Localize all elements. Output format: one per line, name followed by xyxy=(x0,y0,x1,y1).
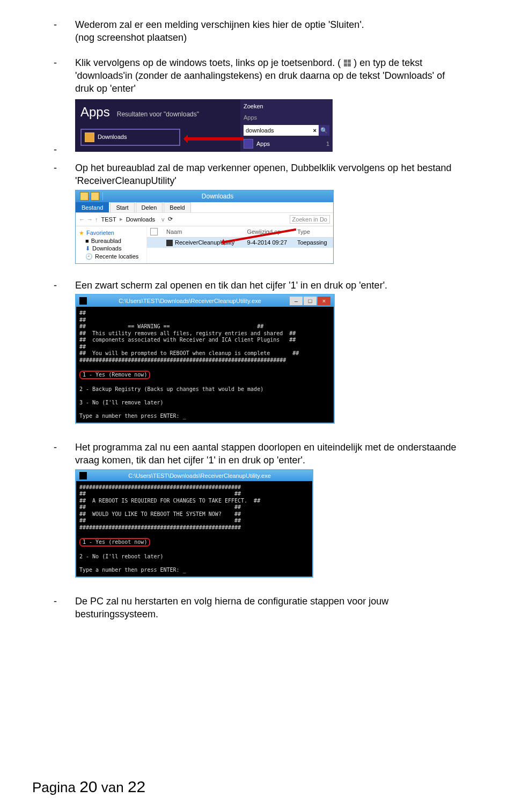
breadcrumb[interactable]: Downloads xyxy=(125,216,156,223)
nav-fwd-icon[interactable]: → xyxy=(87,216,93,223)
downloads-icon: ⬇ xyxy=(85,245,90,252)
tab-bestand[interactable]: Bestand xyxy=(76,202,109,212)
bullet-dash: - xyxy=(54,143,75,159)
step-close-dialog: - Wederom zal er een melding verschijnen… xyxy=(54,18,461,45)
footer-pre: Pagina xyxy=(32,779,79,795)
console-window-reboot: C:\Users\TEST\Downloads\ReceiverCleanupU… xyxy=(75,469,313,578)
footer-mid: van xyxy=(98,779,128,795)
bullet-dash: - xyxy=(54,161,75,188)
highlighted-option: 1 - Yes (Remove now) xyxy=(79,371,150,380)
explorer-ribbon-tabs: Bestand Start Delen Beeld xyxy=(76,202,333,212)
table-header-row: Naam Gewijzigd op Type xyxy=(147,226,333,238)
annotation-arrow-icon xyxy=(185,137,244,141)
quick-access-icons xyxy=(80,192,99,201)
sidebar-downloads[interactable]: ⬇Downloads xyxy=(85,245,143,252)
step-subtext: (nog screenshot plaatsen) xyxy=(75,32,187,43)
folder-icon xyxy=(85,132,94,142)
search-value: downloads xyxy=(246,127,311,135)
apps-search-panel: Apps Resultaten voor "downloads" Downloa… xyxy=(75,99,333,152)
apps-label: Apps xyxy=(256,140,270,148)
clear-icon[interactable]: × xyxy=(311,127,319,135)
bullet-dash: - xyxy=(54,595,75,621)
console-window-warning: C:\Users\TEST\Downloads\ReceiverCleanupU… xyxy=(75,294,335,424)
explorer-search-input[interactable]: Zoeken in Do xyxy=(290,215,330,224)
console-title-path: C:\Users\TEST\Downloads\ReceiverCleanupU… xyxy=(90,298,290,304)
explorer-titlebar: Downloads xyxy=(76,190,333,202)
page-total: 22 xyxy=(128,778,145,795)
chevron-right-icon: ▸ xyxy=(120,216,123,223)
sidebar-favorites[interactable]: ★Favorieten xyxy=(79,230,143,237)
apps-tile-label: Downloads xyxy=(98,133,127,141)
col-name[interactable]: Naam xyxy=(163,226,244,238)
console-output: ########################################… xyxy=(76,481,312,577)
search-input[interactable]: downloads × 🔍 xyxy=(244,125,329,136)
step-text: De PC zal nu herstarten en volg hierna d… xyxy=(75,596,388,619)
star-icon: ★ xyxy=(79,230,84,237)
apps-count: 1 xyxy=(326,140,329,148)
step-text: Wederom zal er een melding verschijnen k… xyxy=(75,19,364,30)
breadcrumb[interactable]: TEST xyxy=(100,216,117,223)
search-scope-apps[interactable]: Apps 1 xyxy=(244,139,329,149)
exe-icon xyxy=(166,240,173,246)
explorer-title: Downloads xyxy=(106,193,329,200)
close-button[interactable]: × xyxy=(318,297,330,305)
step-console-reboot: - Het programma zal nu een aantal stappe… xyxy=(54,441,461,467)
checkbox-icon[interactable] xyxy=(150,228,158,235)
file-date: 9-4-2014 09:27 xyxy=(244,237,294,248)
maximize-button[interactable]: □ xyxy=(304,297,317,305)
col-type[interactable]: Type xyxy=(294,226,333,238)
recent-icon: 🕘 xyxy=(85,253,93,260)
page-current: 20 xyxy=(79,778,97,795)
desktop-icon: ■ xyxy=(85,238,89,244)
nav-back-icon[interactable]: ← xyxy=(79,216,85,223)
bullet-dash: - xyxy=(54,441,75,467)
page-footer: Pagina 20 van 22 xyxy=(32,778,145,796)
cmd-icon xyxy=(79,297,87,305)
tab-delen[interactable]: Delen xyxy=(136,202,163,212)
sidebar-desktop[interactable]: ■Bureaublad xyxy=(85,238,143,244)
step-console-enter-1: - Een zwart scherm zal openen en tik dan… xyxy=(54,279,461,292)
explorer-sidebar: ★Favorieten ■Bureaublad ⬇Downloads 🕘Rece… xyxy=(76,226,147,263)
cmd-icon xyxy=(79,472,87,479)
tab-beeld[interactable]: Beeld xyxy=(164,202,190,212)
search-heading: Zoeken xyxy=(244,102,329,110)
step-apps-screenshot-row: - Apps Resultaten voor "downloads" Downl… xyxy=(54,97,461,159)
apps-icon xyxy=(244,139,253,149)
console-titlebar: C:\Users\TEST\Downloads\ReceiverCleanupU… xyxy=(76,295,334,307)
refresh-icon[interactable]: ⟳ xyxy=(168,216,173,223)
bullet-dash: - xyxy=(54,279,75,292)
step-restart-followup: - De PC zal nu herstarten en volg hierna… xyxy=(54,595,461,621)
console-title-path: C:\Users\TEST\Downloads\ReceiverCleanupU… xyxy=(90,473,309,479)
step-text: Het programma zal nu een aantal stappen … xyxy=(75,442,456,466)
bullet-dash: - xyxy=(54,56,75,95)
explorer-address-bar[interactable]: ← → ↑ TEST ▸ Downloads v ⟳ Zoeken in Do xyxy=(76,212,333,226)
search-category: Apps xyxy=(244,114,329,122)
search-placeholder: Zoeken in Do xyxy=(292,216,327,223)
step-text: Een zwart scherm zal openen en tik dan h… xyxy=(75,280,387,291)
apps-title: Apps xyxy=(80,104,110,121)
apps-result-tile[interactable]: Downloads xyxy=(80,129,180,146)
step-text: Op het bureaublad zal de map verkenner o… xyxy=(75,163,451,186)
sidebar-recent[interactable]: 🕘Recente locaties xyxy=(85,253,143,260)
file-type: Toepassing xyxy=(294,237,333,248)
windows-key-icon xyxy=(343,60,351,67)
highlighted-option: 1 - Yes (reboot now) xyxy=(79,538,150,547)
search-icon[interactable]: 🔍 xyxy=(319,125,329,136)
step-windows-key: - Klik vervolgens op de windows toets, l… xyxy=(54,56,461,95)
tab-start[interactable]: Start xyxy=(110,202,134,212)
step-text-a: Klik vervolgens op de windows toets, lin… xyxy=(75,57,341,68)
bullet-dash: - xyxy=(54,18,75,45)
console-output: ## ## ## == WARNING == ## ## This utilit… xyxy=(76,307,334,423)
step-open-explorer: - Op het bureaublad zal de map verkenner… xyxy=(54,161,461,188)
apps-subtitle: Resultaten voor "downloads" xyxy=(117,110,199,119)
file-explorer-window: Downloads Bestand Start Delen Beeld ← → … xyxy=(75,190,334,264)
explorer-file-list: Naam Gewijzigd op Type ReceiverCleanupUt… xyxy=(147,226,333,263)
nav-up-icon[interactable]: ↑ xyxy=(95,216,98,223)
minimize-button[interactable]: – xyxy=(290,297,303,305)
console-titlebar: C:\Users\TEST\Downloads\ReceiverCleanupU… xyxy=(76,470,312,481)
